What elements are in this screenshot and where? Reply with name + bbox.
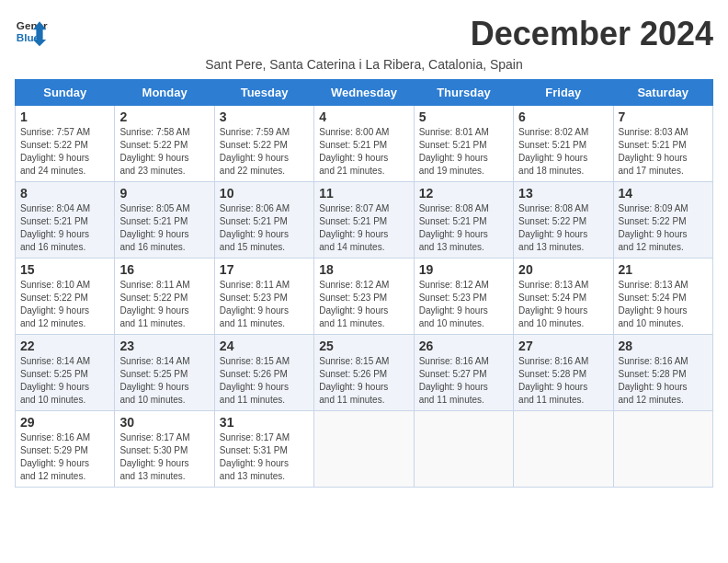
- daylight-minutes: and 15 minutes.: [220, 242, 285, 252]
- sunset-label: Sunset: 5:22 PM: [20, 140, 88, 150]
- day-number: 28: [619, 339, 708, 353]
- calendar-week-row: 22 Sunrise: 8:14 AM Sunset: 5:25 PM Dayl…: [16, 335, 713, 411]
- daylight-minutes: and 16 minutes.: [119, 242, 185, 252]
- daylight-label: Daylight: 9 hours: [20, 229, 89, 239]
- day-info: Sunrise: 8:09 AM Sunset: 5:22 PM Dayligh…: [619, 202, 708, 254]
- sunset-label: Sunset: 5:25 PM: [20, 369, 88, 379]
- calendar-header-cell: Thursday: [414, 80, 513, 106]
- calendar-day-cell: 3 Sunrise: 7:59 AM Sunset: 5:22 PM Dayli…: [214, 106, 313, 182]
- sunrise-label: Sunrise: 8:16 AM: [419, 356, 489, 366]
- day-number: 27: [518, 339, 608, 353]
- sunset-label: Sunset: 5:23 PM: [220, 293, 288, 303]
- daylight-label: Daylight: 9 hours: [619, 382, 688, 392]
- day-number: 4: [319, 109, 408, 124]
- calendar-day-cell: 8 Sunrise: 8:04 AM Sunset: 5:21 PM Dayli…: [16, 182, 115, 259]
- day-number: 31: [220, 415, 309, 430]
- sunrise-label: Sunrise: 7:57 AM: [20, 127, 90, 137]
- daylight-minutes: and 10 minutes.: [518, 318, 584, 328]
- daylight-label: Daylight: 9 hours: [119, 458, 188, 468]
- sunrise-label: Sunrise: 8:14 AM: [20, 356, 90, 366]
- daylight-label: Daylight: 9 hours: [319, 382, 388, 392]
- day-number: 2: [119, 109, 209, 124]
- day-number: 3: [220, 109, 309, 124]
- daylight-minutes: and 22 minutes.: [220, 166, 285, 176]
- calendar-day-cell: 17 Sunrise: 8:11 AM Sunset: 5:23 PM Dayl…: [214, 259, 313, 335]
- logo: General Blue: [15, 15, 51, 48]
- sunset-label: Sunset: 5:27 PM: [419, 369, 487, 379]
- sunset-label: Sunset: 5:24 PM: [619, 293, 687, 303]
- day-number: 10: [220, 186, 309, 201]
- day-info: Sunrise: 8:16 AM Sunset: 5:28 PM Dayligh…: [619, 355, 708, 407]
- sunset-label: Sunset: 5:21 PM: [119, 216, 188, 226]
- day-number: 11: [319, 186, 408, 201]
- calendar-day-cell: 24 Sunrise: 8:15 AM Sunset: 5:26 PM Dayl…: [214, 335, 313, 411]
- sunset-label: Sunset: 5:22 PM: [20, 293, 88, 303]
- day-info: Sunrise: 8:16 AM Sunset: 5:28 PM Dayligh…: [518, 355, 608, 407]
- daylight-minutes: and 11 minutes.: [518, 395, 584, 405]
- calendar-day-cell: 11 Sunrise: 8:07 AM Sunset: 5:21 PM Dayl…: [314, 182, 414, 259]
- sunrise-label: Sunrise: 8:15 AM: [319, 356, 389, 366]
- daylight-minutes: and 11 minutes.: [119, 318, 185, 328]
- day-info: Sunrise: 8:12 AM Sunset: 5:23 PM Dayligh…: [419, 279, 508, 330]
- day-info: Sunrise: 8:15 AM Sunset: 5:26 PM Dayligh…: [319, 355, 408, 407]
- daylight-label: Daylight: 9 hours: [419, 153, 488, 163]
- sunrise-label: Sunrise: 8:16 AM: [518, 356, 588, 366]
- calendar-header-cell: Monday: [115, 80, 214, 106]
- sunrise-label: Sunrise: 8:01 AM: [419, 127, 489, 137]
- calendar-day-cell: 31 Sunrise: 8:17 AM Sunset: 5:31 PM Dayl…: [214, 411, 313, 488]
- daylight-minutes: and 11 minutes.: [220, 318, 285, 328]
- calendar-header-cell: Saturday: [613, 80, 712, 106]
- sunrise-label: Sunrise: 8:17 AM: [119, 432, 189, 442]
- sunset-label: Sunset: 5:29 PM: [20, 445, 88, 455]
- daylight-label: Daylight: 9 hours: [619, 229, 688, 239]
- calendar-day-cell: 5 Sunrise: 8:01 AM Sunset: 5:21 PM Dayli…: [414, 106, 513, 182]
- sunset-label: Sunset: 5:21 PM: [518, 140, 586, 150]
- daylight-label: Daylight: 9 hours: [518, 229, 587, 239]
- sunset-label: Sunset: 5:22 PM: [220, 140, 288, 150]
- day-info: Sunrise: 8:00 AM Sunset: 5:21 PM Dayligh…: [319, 126, 408, 178]
- calendar-day-cell: 30 Sunrise: 8:17 AM Sunset: 5:30 PM Dayl…: [115, 411, 214, 488]
- daylight-label: Daylight: 9 hours: [220, 229, 289, 239]
- calendar-day-cell: 2 Sunrise: 7:58 AM Sunset: 5:22 PM Dayli…: [115, 106, 214, 182]
- calendar-week-row: 29 Sunrise: 8:16 AM Sunset: 5:29 PM Dayl…: [16, 411, 713, 488]
- calendar-day-cell: [514, 411, 613, 488]
- sunrise-label: Sunrise: 8:15 AM: [220, 356, 290, 366]
- day-info: Sunrise: 8:06 AM Sunset: 5:21 PM Dayligh…: [220, 202, 309, 254]
- month-title: December 2024: [471, 15, 713, 53]
- daylight-minutes: and 21 minutes.: [319, 166, 384, 176]
- day-info: Sunrise: 8:01 AM Sunset: 5:21 PM Dayligh…: [419, 126, 508, 178]
- day-number: 22: [20, 339, 109, 353]
- calendar-day-cell: 12 Sunrise: 8:08 AM Sunset: 5:21 PM Dayl…: [414, 182, 513, 259]
- day-info: Sunrise: 8:07 AM Sunset: 5:21 PM Dayligh…: [319, 202, 408, 254]
- daylight-label: Daylight: 9 hours: [518, 153, 587, 163]
- sunrise-label: Sunrise: 8:10 AM: [20, 280, 90, 290]
- sunrise-label: Sunrise: 7:59 AM: [220, 127, 290, 137]
- location-title: Sant Pere, Santa Caterina i La Ribera, C…: [15, 57, 713, 72]
- daylight-label: Daylight: 9 hours: [20, 153, 89, 163]
- calendar-day-cell: 22 Sunrise: 8:14 AM Sunset: 5:25 PM Dayl…: [16, 335, 115, 411]
- day-number: 19: [419, 262, 508, 277]
- sunset-label: Sunset: 5:26 PM: [319, 369, 387, 379]
- day-number: 16: [119, 262, 209, 277]
- day-number: 13: [518, 186, 608, 201]
- calendar-day-cell: 1 Sunrise: 7:57 AM Sunset: 5:22 PM Dayli…: [16, 106, 115, 182]
- page-header: General Blue December 2024: [15, 15, 713, 53]
- sunset-label: Sunset: 5:21 PM: [619, 140, 687, 150]
- day-number: 20: [518, 262, 608, 277]
- day-number: 5: [419, 109, 508, 124]
- sunset-label: Sunset: 5:21 PM: [220, 216, 288, 226]
- day-number: 26: [419, 339, 508, 353]
- calendar-day-cell: 13 Sunrise: 8:08 AM Sunset: 5:22 PM Dayl…: [514, 182, 613, 259]
- day-info: Sunrise: 8:12 AM Sunset: 5:23 PM Dayligh…: [319, 279, 408, 330]
- day-number: 6: [518, 109, 608, 124]
- sunset-label: Sunset: 5:21 PM: [419, 216, 487, 226]
- daylight-minutes: and 18 minutes.: [518, 166, 584, 176]
- sunrise-label: Sunrise: 8:06 AM: [220, 203, 290, 213]
- sunset-label: Sunset: 5:25 PM: [119, 369, 188, 379]
- daylight-label: Daylight: 9 hours: [319, 153, 388, 163]
- sunrise-label: Sunrise: 8:12 AM: [419, 280, 489, 290]
- daylight-label: Daylight: 9 hours: [518, 305, 587, 316]
- sunrise-label: Sunrise: 8:12 AM: [319, 280, 389, 290]
- daylight-label: Daylight: 9 hours: [20, 382, 89, 392]
- daylight-minutes: and 19 minutes.: [419, 166, 484, 176]
